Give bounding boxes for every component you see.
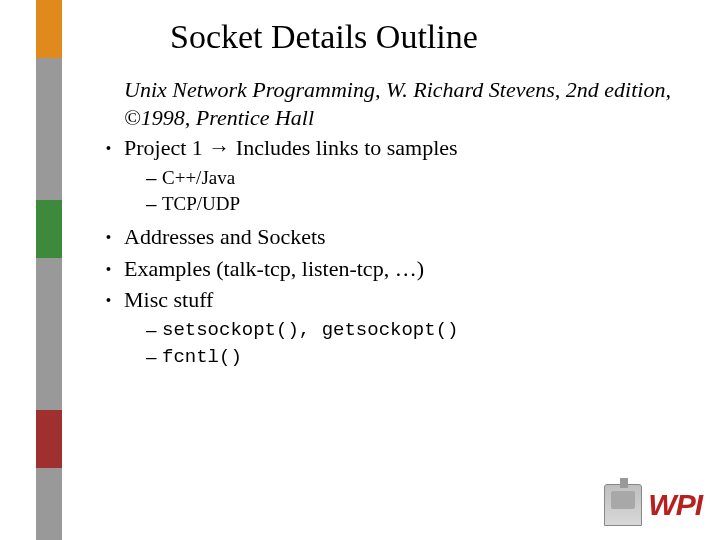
wpi-wordmark: WPI xyxy=(648,488,702,522)
sidebar-stripe xyxy=(36,0,62,540)
sub-list: C++/Java TCP/UDP xyxy=(146,165,700,218)
sub-item: fcntl() xyxy=(146,344,700,371)
slide-title: Socket Details Outline xyxy=(170,18,700,56)
wpi-logo: WPI xyxy=(604,484,702,526)
sub-item: C++/Java xyxy=(146,165,700,192)
sub-item: setsockopt(), getsockopt() xyxy=(146,317,700,344)
bullet-text: Misc stuff xyxy=(124,287,213,312)
wpi-seal-icon xyxy=(604,484,642,526)
slide-content: Socket Details Outline Unix Network Prog… xyxy=(100,0,700,374)
bullet-item: Project 1 → Includes links to samples C+… xyxy=(106,133,700,218)
accent-block-green xyxy=(36,200,62,258)
sub-item: TCP/UDP xyxy=(146,191,700,218)
sub-list: setsockopt(), getsockopt() fcntl() xyxy=(146,317,700,370)
bullet-item: Addresses and Sockets xyxy=(106,222,700,252)
bullet-list: Project 1 → Includes links to samples C+… xyxy=(106,133,700,370)
accent-block-red xyxy=(36,410,62,468)
reference-citation: Unix Network Programming, W. Richard Ste… xyxy=(124,76,700,131)
bullet-text: Project 1 → Includes links to samples xyxy=(124,135,458,160)
bullet-item: Misc stuff setsockopt(), getsockopt() fc… xyxy=(106,285,700,370)
accent-block-orange xyxy=(36,0,62,58)
bullet-item: Examples (talk-tcp, listen-tcp, …) xyxy=(106,254,700,284)
